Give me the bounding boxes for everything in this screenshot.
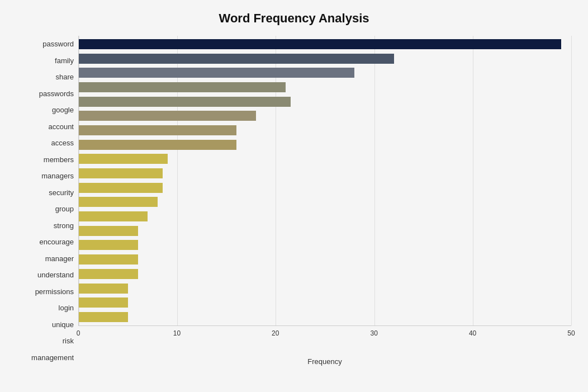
bar-google bbox=[79, 97, 291, 107]
x-tick-label: 30 bbox=[371, 329, 378, 337]
bar-strong bbox=[79, 197, 158, 207]
y-label: family bbox=[17, 53, 74, 68]
y-label: passwords bbox=[17, 86, 74, 101]
bar-row bbox=[79, 296, 571, 309]
y-label: security bbox=[17, 185, 74, 200]
x-axis-title: Frequency bbox=[78, 357, 571, 366]
bar-row bbox=[79, 253, 571, 266]
y-label: managers bbox=[17, 169, 74, 183]
bar-row bbox=[79, 153, 571, 165]
bar-passwords bbox=[79, 82, 286, 92]
bar-account bbox=[79, 111, 256, 121]
bar-row bbox=[79, 38, 571, 50]
y-label: group bbox=[17, 202, 74, 216]
y-label: strong bbox=[17, 218, 74, 233]
grid-line bbox=[571, 36, 572, 325]
bar-row bbox=[79, 282, 571, 295]
bar-row bbox=[79, 96, 571, 108]
y-label: risk bbox=[17, 334, 74, 348]
bar-row bbox=[79, 210, 571, 223]
bar-row bbox=[79, 53, 571, 65]
y-label: understand bbox=[17, 268, 74, 282]
y-label: management bbox=[17, 350, 74, 365]
bar-row bbox=[79, 196, 571, 208]
bar-encourage bbox=[79, 211, 148, 221]
bar-risk bbox=[79, 297, 128, 308]
bars-section: 01020304050 Frequency bbox=[78, 36, 571, 366]
bar-row bbox=[79, 124, 571, 136]
x-tick-label: 40 bbox=[469, 329, 476, 337]
chart-area: passwordfamilysharepasswordsgoogleaccoun… bbox=[17, 36, 571, 366]
bar-management bbox=[79, 312, 128, 322]
bar-row bbox=[79, 81, 571, 93]
bar-row bbox=[79, 67, 571, 79]
grid-and-bars bbox=[78, 36, 571, 326]
chart-title: Word Frequency Analysis bbox=[17, 11, 571, 26]
y-label: permissions bbox=[17, 284, 74, 299]
bar-row bbox=[79, 268, 571, 280]
bar-row bbox=[79, 110, 571, 122]
y-label: access bbox=[17, 136, 74, 150]
bar-group bbox=[79, 183, 163, 193]
bar-unique bbox=[79, 284, 128, 294]
y-label: login bbox=[17, 301, 74, 315]
y-label: password bbox=[17, 37, 74, 51]
x-tick-label: 50 bbox=[567, 329, 575, 337]
bar-manager bbox=[79, 226, 138, 236]
bar-login bbox=[79, 269, 138, 279]
y-label: manager bbox=[17, 251, 74, 266]
bars-wrapper bbox=[79, 36, 571, 325]
y-label: google bbox=[17, 103, 74, 117]
y-label: encourage bbox=[17, 235, 74, 249]
x-axis-labels: 01020304050 bbox=[78, 329, 571, 342]
bar-password bbox=[79, 39, 561, 49]
y-label: unique bbox=[17, 317, 74, 332]
y-label: share bbox=[17, 70, 74, 84]
y-labels: passwordfamilysharepasswordsgoogleaccoun… bbox=[17, 36, 78, 366]
bar-security bbox=[79, 168, 163, 178]
x-tick-label: 20 bbox=[272, 329, 279, 337]
bar-row bbox=[79, 182, 571, 194]
bar-family bbox=[79, 54, 394, 64]
bar-row bbox=[79, 167, 571, 180]
bar-share bbox=[79, 68, 354, 78]
x-tick-label: 0 bbox=[77, 329, 80, 337]
bar-managers bbox=[79, 154, 168, 164]
bar-row bbox=[79, 225, 571, 237]
chart-container: Word Frequency Analysis passwordfamilysh… bbox=[0, 0, 588, 392]
x-tick-label: 10 bbox=[173, 329, 181, 337]
bar-access bbox=[79, 125, 236, 135]
bar-row bbox=[79, 311, 571, 323]
bar-understand bbox=[79, 240, 138, 250]
y-label: members bbox=[17, 152, 74, 167]
bar-members bbox=[79, 140, 236, 150]
bar-row bbox=[79, 139, 571, 151]
y-label: account bbox=[17, 119, 74, 134]
bar-permissions bbox=[79, 254, 138, 265]
bar-row bbox=[79, 239, 571, 251]
